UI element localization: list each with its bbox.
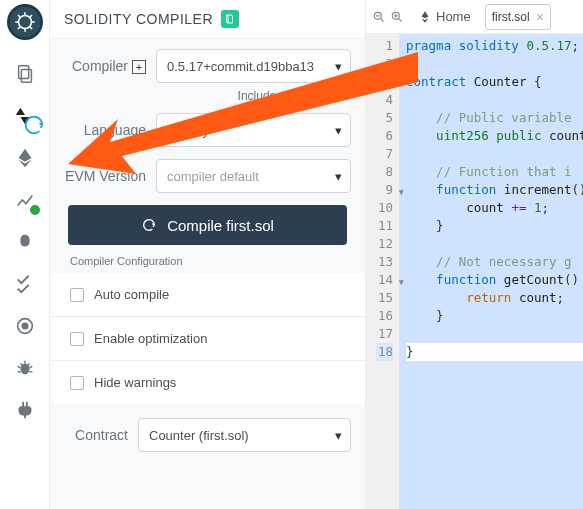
analysis-icon[interactable] [11,186,39,214]
checkbox[interactable] [70,376,84,390]
remix-logo[interactable] [7,4,43,40]
deploy-run-icon[interactable] [11,144,39,172]
ethereum-icon [418,10,432,24]
plugin-manager-icon[interactable] [11,312,39,340]
code-editor[interactable]: 123▾456789▾1011121314▾15161718 pragma so… [366,34,583,509]
settings-plug-icon[interactable] [11,396,39,424]
language-label: Language [64,122,146,138]
add-compiler-icon[interactable]: + [132,60,146,74]
solidity-compiler-icon[interactable] [11,102,39,130]
enable-optimization-row[interactable]: Enable optimization [50,317,365,361]
nightly-note: Include nightly builds [64,89,349,103]
debugger-icon[interactable] [11,228,39,256]
editor-tabs: Home first.sol × [366,0,583,34]
file-explorer-icon[interactable] [11,60,39,88]
language-select[interactable]: Solidity ▾ [156,113,351,147]
close-icon[interactable]: × [536,9,544,25]
chevron-down-icon: ▾ [335,59,342,74]
compiler-panel: SOLIDITY COMPILER Compiler+ 0.5.17+commi… [50,0,366,509]
bug-icon[interactable] [11,354,39,382]
status-ok-badge [28,203,42,217]
compiler-select[interactable]: 0.5.17+commit.d19bba13 ▾ [156,49,351,83]
evm-label: EVM Version [64,168,146,184]
checkbox[interactable] [70,288,84,302]
contract-label: Contract [64,427,128,443]
auto-compile-row[interactable]: Auto compile [50,273,365,317]
contract-select[interactable]: Counter (first.sol) ▾ [138,418,351,452]
svg-point-0 [18,16,31,29]
left-iconbar [0,0,50,509]
checkbox[interactable] [70,332,84,346]
svg-rect-1 [18,66,28,79]
home-tab[interactable]: Home [410,9,479,24]
file-tab[interactable]: first.sol × [485,4,551,30]
zoom-out-icon[interactable] [372,10,386,24]
compile-button[interactable]: Compile first.sol [68,205,347,245]
chevron-down-icon: ▾ [335,428,342,443]
hide-warnings-row[interactable]: Hide warnings [50,361,365,404]
chevron-down-icon: ▾ [335,123,342,138]
svg-rect-2 [21,69,31,82]
zoom-in-icon[interactable] [390,10,404,24]
config-title: Compiler Configuration [50,245,365,273]
unit-testing-icon[interactable] [11,270,39,298]
svg-point-4 [22,323,28,329]
editor-area: Home first.sol × 123▾456789▾1011121314▾1… [366,0,583,509]
panel-title: SOLIDITY COMPILER [64,11,213,27]
evm-select[interactable]: compiler default ▾ [156,159,351,193]
docs-icon[interactable] [221,10,239,28]
compiler-label: Compiler+ [64,58,146,74]
chevron-down-icon: ▾ [335,169,342,184]
